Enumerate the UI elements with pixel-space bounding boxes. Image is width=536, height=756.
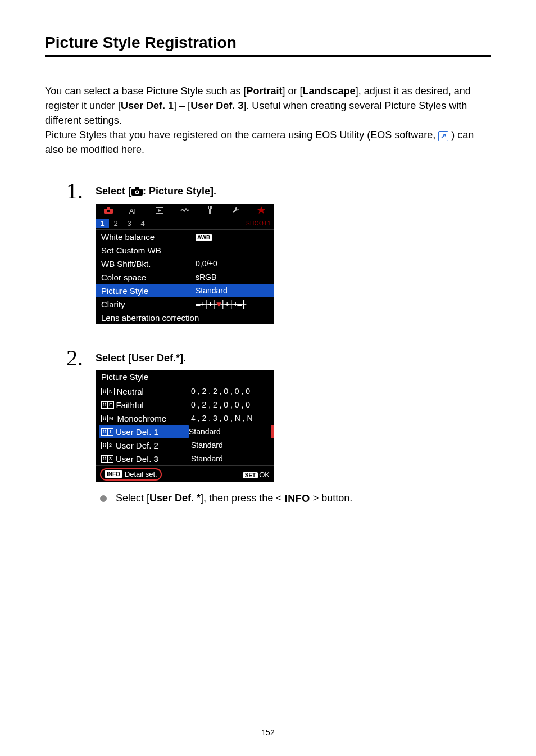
style-row-user-def-1[interactable]: ⁞⁞1User Def. 1 Standard: [96, 425, 274, 438]
row-label: WB Shift/Bkt.: [101, 259, 196, 269]
style-row-user-def-2[interactable]: ⁞⁞2User Def. 2 Standard: [96, 438, 274, 452]
page-title: Picture Style Registration: [45, 34, 491, 57]
row-label: Picture Style: [101, 286, 196, 296]
step-2-title: Select [User Def.*].: [96, 352, 491, 364]
row-label: Color space: [101, 273, 196, 282]
text-bold: Landscape: [303, 85, 356, 97]
text-bold: Portrait: [247, 85, 283, 97]
tab-play-icon[interactable]: [147, 207, 172, 215]
svg-rect-11: [210, 206, 211, 209]
detail-set-button[interactable]: INFO Detail set.: [100, 468, 162, 481]
text: ] or [: [283, 85, 303, 97]
row-label: Set Custom WB: [101, 246, 196, 255]
ok-label: OK: [259, 470, 270, 479]
step-1: 1. Select [: Picture Style]. AF 1 2 3: [96, 185, 491, 324]
tab-wireless-icon[interactable]: [172, 207, 197, 215]
step-number: 2.: [66, 345, 83, 371]
tab-tools-icon[interactable]: [198, 206, 223, 216]
lcd-subtab-bar: 1 2 3 4 SHOOT1: [96, 218, 274, 230]
camera-lcd-picture-style: Picture Style ⁞⁞NNeutral 0 , 2 , 2 , 0 ,…: [96, 370, 274, 482]
menu-row-lens-correction[interactable]: Lens aberration correction: [96, 311, 274, 324]
step-2-bullet: Select [User Def. *], then press the < I…: [100, 492, 491, 505]
svg-marker-8: [158, 209, 161, 212]
style-badge: ⁞⁞N: [101, 388, 115, 395]
page-number: 152: [0, 728, 536, 737]
style-badge: ⁞⁞2: [101, 442, 113, 449]
svg-rect-10: [208, 206, 209, 209]
row-label: User Def. 3: [116, 454, 191, 464]
row-label: Lens aberration correction: [101, 313, 269, 323]
row-label: Monochrome: [117, 414, 192, 423]
text-bold: User Def. 3: [190, 100, 243, 111]
lcd-tab-bar: AF: [96, 204, 274, 218]
tab-af[interactable]: AF: [121, 207, 146, 215]
row-label: Faithful: [116, 400, 192, 410]
shoot-label: SHOOT1: [246, 220, 274, 227]
style-badge: ⁞⁞F: [101, 401, 114, 409]
style-badge: ⁞⁞M: [101, 415, 115, 422]
menu-row-wb-shift[interactable]: WB Shift/Bkt.0,0/±0: [96, 257, 274, 270]
menu-row-clarity[interactable]: Clarity▬+┼+┼▼┼+┼+▬╂: [96, 297, 274, 311]
set-badge: SET: [243, 472, 258, 478]
row-value: 0,0/±0: [196, 259, 269, 268]
clarity-slider: ▬+┼+┼▼┼+┼+▬╂: [196, 300, 269, 309]
style-badge: ⁞⁞1: [101, 428, 113, 436]
lcd-titlebar: Picture Style: [96, 370, 274, 384]
set-ok-button[interactable]: SETOK: [243, 469, 270, 479]
row-label: User Def. 1: [116, 427, 189, 437]
bullet-text: Select [User Def. *], then press the < I…: [116, 492, 352, 505]
row-value: Standard: [191, 441, 223, 450]
detail-set-label: Detail set.: [125, 470, 157, 478]
lcd-button-bar: INFO Detail set. SETOK: [96, 465, 274, 482]
row-label: Clarity: [101, 300, 196, 309]
row-value: 4 , 2 , 3 , 0 , N , N: [191, 414, 253, 423]
style-row-faithful[interactable]: ⁞⁞FFaithful 0 , 2 , 2 , 0 , 0 , 0: [96, 398, 274, 411]
svg-rect-5: [107, 207, 110, 209]
style-row-user-def-3[interactable]: ⁞⁞3User Def. 3 Standard: [96, 452, 274, 465]
row-label: Neutral: [117, 387, 192, 396]
menu-row-white-balance[interactable]: White balanceAWB: [96, 230, 274, 243]
subtab-2[interactable]: 2: [109, 219, 122, 228]
menu-row-color-space[interactable]: Color spacesRGB: [96, 270, 274, 284]
info-button-icon: INFO: [285, 493, 310, 505]
camera-lcd-menu: AF 1 2 3 4 SHOOT1 White balanceAWB Set C…: [96, 204, 274, 324]
row-label: White balance: [101, 232, 196, 242]
text: You can select a base Picture Style such…: [45, 85, 247, 97]
step-number: 1.: [66, 178, 83, 204]
tab-wrench-icon[interactable]: [223, 206, 248, 215]
camera-icon: [131, 187, 143, 198]
svg-rect-9: [209, 209, 211, 214]
menu-row-set-custom-wb[interactable]: Set Custom WB: [96, 243, 274, 257]
row-value: AWB: [196, 232, 269, 241]
svg-marker-13: [257, 206, 265, 214]
link-icon[interactable]: ↗: [438, 131, 448, 141]
tab-star-icon[interactable]: [249, 206, 274, 216]
step-2: 2. Select [User Def.*]. Picture Style ⁞⁞…: [96, 352, 491, 505]
intro-paragraph: You can select a base Picture Style such…: [45, 84, 491, 165]
text-bold: User Def. 1: [121, 100, 174, 111]
text: : Picture Style].: [143, 185, 216, 197]
tab-camera-icon[interactable]: [96, 207, 121, 215]
row-value: sRGB: [196, 273, 269, 282]
bullet-icon: [100, 495, 107, 502]
selection-indicator: [271, 425, 274, 438]
subtab-1[interactable]: 1: [96, 219, 109, 228]
text: ] – [: [174, 100, 190, 111]
text: > button.: [310, 492, 353, 504]
style-row-monochrome[interactable]: ⁞⁞MMonochrome 4 , 2 , 3 , 0 , N , N: [96, 411, 274, 425]
menu-row-picture-style[interactable]: Picture StyleStandard: [96, 284, 274, 297]
row-label: User Def. 2: [116, 441, 191, 450]
text: Select [: [116, 492, 149, 504]
subtab-4[interactable]: 4: [136, 219, 149, 228]
step-1-title: Select [: Picture Style].: [96, 185, 491, 198]
text: Select [: [96, 185, 131, 197]
style-row-neutral[interactable]: ⁞⁞NNeutral 0 , 2 , 2 , 0 , 0 , 0: [96, 384, 274, 398]
row-value: Standard: [189, 427, 221, 436]
svg-point-6: [107, 210, 110, 212]
svg-rect-12: [211, 206, 212, 209]
subtab-3[interactable]: 3: [122, 219, 136, 228]
row-value: 0 , 2 , 2 , 0 , 0 , 0: [191, 400, 250, 409]
row-value: Standard: [191, 454, 223, 463]
info-badge: INFO: [105, 470, 122, 478]
awb-badge: AWB: [196, 234, 212, 241]
